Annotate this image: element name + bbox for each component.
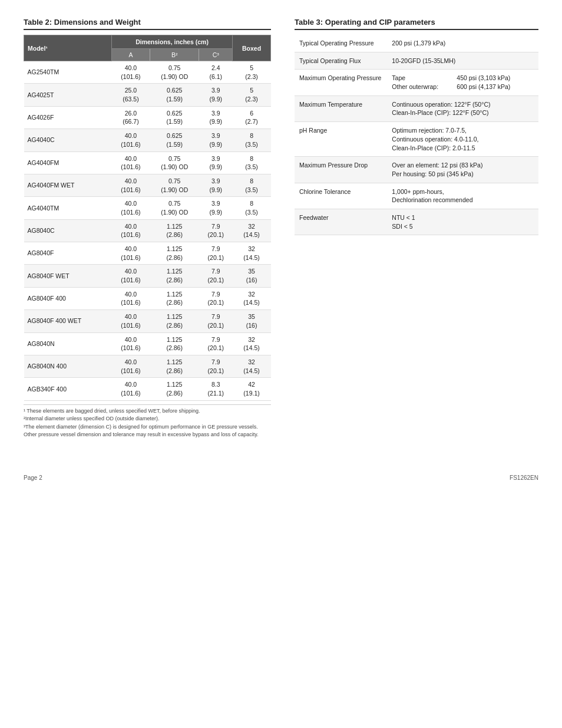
- left-column: Table 2: Dimensions and Weight Model¹ Di…: [24, 18, 271, 439]
- data-cell: 5 (2.3): [233, 61, 271, 84]
- dim-table-row: AG8040F 40040.0 (101.6)1.125 (2.86)7.9 (…: [24, 287, 271, 309]
- right-column: Table 3: Operating and CIP parameters Ty…: [295, 18, 538, 235]
- data-cell: 8 (3.5): [233, 129, 271, 151]
- data-cell: 8 (3.5): [233, 151, 271, 174]
- data-cell: 7.9 (20.1): [199, 310, 233, 332]
- data-cell: 3.9 (9.9): [199, 84, 233, 106]
- data-cell: 0.625 (1.59): [150, 129, 199, 151]
- data-cell: 42 (19.1): [233, 378, 271, 400]
- model-cell: AG8040F WET: [24, 265, 112, 287]
- dimensions-col-header: Dimensions, inches (cm): [111, 35, 232, 49]
- data-cell: 40.0 (101.6): [111, 287, 150, 309]
- dim-header-row1: Model¹ Dimensions, inches (cm) Boxed: [24, 35, 271, 49]
- cip-value: 200 psi (1,379 kPa): [387, 35, 538, 52]
- data-cell: 0.75 (1.90) OD: [150, 197, 199, 219]
- data-cell: 7.9 (20.1): [199, 219, 233, 242]
- data-cell: 40.0 (101.6): [111, 332, 150, 355]
- data-cell: 1.125 (2.86): [150, 378, 199, 400]
- page-layout: Table 2: Dimensions and Weight Model¹ Di…: [24, 18, 538, 439]
- table3-title: Table 3: Operating and CIP parameters: [295, 18, 538, 30]
- page-footer: Page 2 FS1262EN: [24, 475, 538, 481]
- cip-table-row: Chlorine Tolerance1,000+ ppm-hours, Dech…: [295, 183, 538, 209]
- dim-table-row: AG8040F WET40.0 (101.6)1.125 (2.86)7.9 (…: [24, 265, 271, 287]
- cip-param: Typical Operating Pressure: [295, 35, 387, 52]
- cip-value: 10-20GFD (15-35LMH): [387, 52, 538, 70]
- cip-value: Over an element: 12 psi (83 kPa) Per hou…: [387, 157, 538, 183]
- model-cell: AG8040F 400 WET: [24, 310, 112, 332]
- data-cell: 6 (2.7): [233, 106, 271, 129]
- data-cell: 1.125 (2.86): [150, 332, 199, 355]
- data-cell: 3.9 (9.9): [199, 197, 233, 219]
- model-cell: AG4040FM: [24, 151, 112, 174]
- data-cell: 7.9 (20.1): [199, 332, 233, 355]
- data-cell: 32 (14.5): [233, 219, 271, 242]
- page-number: Page 2: [24, 475, 42, 481]
- data-cell: 40.0 (101.6): [111, 174, 150, 196]
- cip-table-row: FeedwaterNTU < 1 SDI < 5: [295, 209, 538, 235]
- model-cell: AG8040F: [24, 242, 112, 265]
- data-cell: 0.75 (1.90) OD: [150, 151, 199, 174]
- data-cell: 32 (14.5): [233, 332, 271, 355]
- model-cell: AG8040C: [24, 219, 112, 242]
- dim-table-row: AG4026F26.0 (66.7)0.625 (1.59)3.9 (9.9)6…: [24, 106, 271, 129]
- model-col-header: Model¹: [24, 35, 112, 61]
- data-cell: 2.4 (6.1): [199, 61, 233, 84]
- model-cell: AG4025T: [24, 84, 112, 106]
- data-cell: 40.0 (101.6): [111, 355, 150, 377]
- data-cell: 1.125 (2.86): [150, 287, 199, 309]
- cip-table-body: Typical Operating Pressure200 psi (1,379…: [295, 35, 538, 235]
- cip-table-row: Typical Operating Pressure200 psi (1,379…: [295, 35, 538, 52]
- cip-table-row: Typical Operating Flux10-20GFD (15-35LMH…: [295, 52, 538, 70]
- dim-table-row: AG8040C40.0 (101.6)1.125 (2.86)7.9 (20.1…: [24, 219, 271, 242]
- cip-param: Typical Operating Flux: [295, 52, 387, 70]
- data-cell: 8 (3.5): [233, 174, 271, 196]
- data-cell: 40.0 (101.6): [111, 197, 150, 219]
- model-cell: AG8040N: [24, 332, 112, 355]
- data-cell: 1.125 (2.86): [150, 242, 199, 265]
- cip-value: 1,000+ ppm-hours, Dechlorination recomme…: [387, 183, 538, 209]
- data-cell: 40.0 (101.6): [111, 265, 150, 287]
- model-cell: AG8040F 400: [24, 287, 112, 309]
- data-cell: 7.9 (20.1): [199, 287, 233, 309]
- data-cell: 3.9 (9.9): [199, 174, 233, 196]
- data-cell: 40.0 (101.6): [111, 151, 150, 174]
- data-cell: 32 (14.5): [233, 355, 271, 377]
- model-cell: AG4040TM: [24, 197, 112, 219]
- data-cell: 40.0 (101.6): [111, 378, 150, 400]
- cip-table-row: Maximum Operating PressureTape450 psi (3…: [295, 70, 538, 95]
- cip-value: Continuous operation: 122°F (50°C) Clean…: [387, 95, 538, 121]
- cip-table: Typical Operating Pressure200 psi (1,379…: [295, 35, 538, 235]
- data-cell: 0.625 (1.59): [150, 84, 199, 106]
- data-cell: 40.0 (101.6): [111, 129, 150, 151]
- data-cell: 7.9 (20.1): [199, 355, 233, 377]
- data-cell: 3.9 (9.9): [199, 129, 233, 151]
- cip-param: Chlorine Tolerance: [295, 183, 387, 209]
- footnote-3: ³The element diameter (dimension C) is d…: [24, 423, 271, 439]
- data-cell: 0.625 (1.59): [150, 106, 199, 129]
- data-cell: 32 (14.5): [233, 242, 271, 265]
- dim-table-row: AG4040TM40.0 (101.6)0.75 (1.90) OD3.9 (9…: [24, 197, 271, 219]
- dim-table-row: AG2540TM40.0 (101.6)0.75 (1.90) OD2.4 (6…: [24, 61, 271, 84]
- cip-param: Maximum Operating Pressure: [295, 70, 387, 95]
- data-cell: 40.0 (101.6): [111, 242, 150, 265]
- data-cell: 1.125 (2.86): [150, 310, 199, 332]
- cip-param: Maximum Temperature: [295, 95, 387, 121]
- dim-table-row: AG8040N40.0 (101.6)1.125 (2.86)7.9 (20.1…: [24, 332, 271, 355]
- dim-table-row: AG8040N 40040.0 (101.6)1.125 (2.86)7.9 (…: [24, 355, 271, 377]
- cip-value: Tape450 psi (3,103 kPa)Other outerwrap:6…: [387, 70, 538, 95]
- model-cell: AG4040FM WET: [24, 174, 112, 196]
- data-cell: 3.9 (9.9): [199, 151, 233, 174]
- dim-table-body: AG2540TM40.0 (101.6)0.75 (1.90) OD2.4 (6…: [24, 61, 271, 401]
- table2-title: Table 2: Dimensions and Weight: [24, 18, 271, 30]
- cip-param: pH Range: [295, 122, 387, 157]
- footnote-2: ²Internal diameter unless specified OD (…: [24, 415, 271, 423]
- data-cell: 40.0 (101.6): [111, 61, 150, 84]
- col-a-header: A: [111, 49, 150, 61]
- model-cell: AGB340F 400: [24, 378, 112, 400]
- cip-param: Maximum Pressure Drop: [295, 157, 387, 183]
- model-cell: AG8040N 400: [24, 355, 112, 377]
- model-cell: AG4040C: [24, 129, 112, 151]
- dim-table-row: AGB340F 40040.0 (101.6)1.125 (2.86)8.3 (…: [24, 378, 271, 400]
- cip-table-row: Maximum TemperatureContinuous operation:…: [295, 95, 538, 121]
- data-cell: 8.3 (21.1): [199, 378, 233, 400]
